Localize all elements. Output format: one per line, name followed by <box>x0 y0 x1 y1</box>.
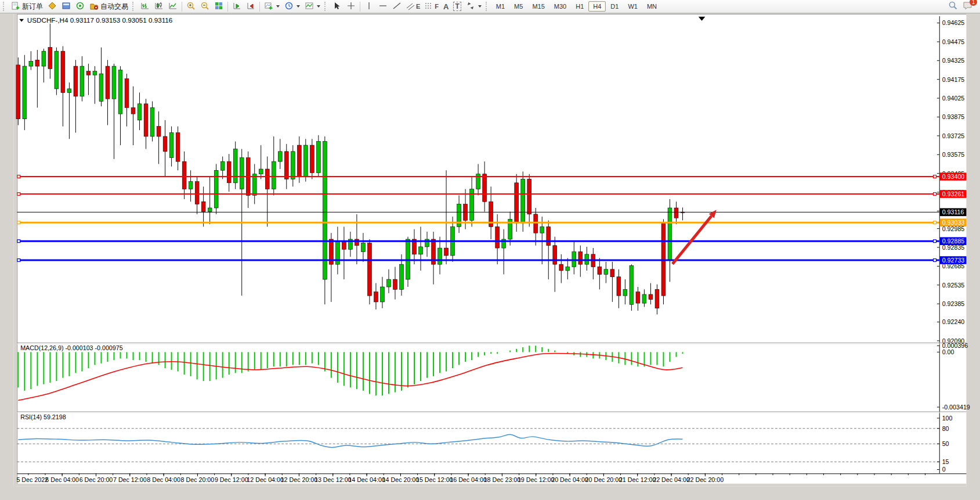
label-tool-icon: T <box>453 2 461 11</box>
signals-button[interactable] <box>73 1 87 12</box>
time-axis-label: 19 Dec 12:00 <box>518 476 555 483</box>
candle-up <box>240 158 244 189</box>
candle-down <box>163 136 167 152</box>
candle-up <box>189 182 193 189</box>
search-icon[interactable] <box>948 1 958 12</box>
time-axis-label: 8 Dec 04:00 <box>147 476 180 483</box>
market-watch-button[interactable] <box>45 1 59 12</box>
cursor-icon <box>332 1 342 12</box>
gold-diamond-icon <box>48 1 57 12</box>
candle-up <box>138 104 142 120</box>
line-handle[interactable] <box>934 221 936 224</box>
candle-down <box>649 294 653 300</box>
auto-trading-button[interactable]: 自动交易 <box>87 1 131 12</box>
price-axis-label: 0.94475 <box>942 38 965 45</box>
candle-down <box>610 269 614 277</box>
tab-timeframe-w1[interactable]: W1 <box>623 1 642 12</box>
rsi-axis-label: 15 <box>942 458 949 465</box>
candle-up <box>668 208 672 261</box>
horizontal-line-icon <box>378 1 388 12</box>
crosshair-tool-button[interactable] <box>344 1 358 12</box>
equidistant-channel-icon <box>406 1 414 12</box>
tile-windows-button[interactable] <box>212 1 226 12</box>
period-button[interactable] <box>282 1 302 12</box>
chart-background <box>14 14 967 487</box>
line-handle[interactable] <box>17 240 20 243</box>
rsi-axis-label: 80 <box>942 425 949 432</box>
auto-scroll-button[interactable] <box>230 1 244 12</box>
price-axis-label: 0.93575 <box>942 151 965 158</box>
candle-down <box>131 107 135 114</box>
new-order-button[interactable]: 新订单 <box>9 1 45 12</box>
line-handle[interactable] <box>934 193 936 196</box>
chart-window: USDCHF-,H4 0.93117 0.93153 0.93051 0.931… <box>0 14 980 500</box>
candle-down <box>578 252 583 265</box>
tab-timeframe-h1[interactable]: H1 <box>571 1 588 12</box>
candle-up <box>303 145 308 177</box>
candle-down <box>16 65 20 119</box>
tab-timeframe-d1[interactable]: D1 <box>606 1 623 12</box>
new-order-label: 新订单 <box>22 2 43 12</box>
line-chart-button[interactable] <box>166 1 180 12</box>
dropdown-caret-icon <box>317 5 320 8</box>
tab-timeframe-m30[interactable]: M30 <box>549 1 571 12</box>
chart-shift-button[interactable] <box>244 1 258 12</box>
candle-down <box>61 51 65 92</box>
clock-icon <box>284 1 294 12</box>
vertical-line-tool-button[interactable] <box>362 1 376 12</box>
zoom-in-button[interactable] <box>184 1 198 12</box>
tab-timeframe-h4[interactable]: H4 <box>588 1 606 12</box>
zoom-out-button[interactable] <box>198 1 212 12</box>
templates-button[interactable] <box>302 1 323 12</box>
new-chart-button[interactable] <box>262 1 282 12</box>
candle-up <box>381 287 385 302</box>
terminal-button[interactable] <box>59 1 73 12</box>
candle-up <box>99 74 103 101</box>
candle-down <box>547 226 551 245</box>
candle-up <box>585 254 589 264</box>
line-handle[interactable] <box>17 175 20 178</box>
line-handle[interactable] <box>17 259 20 262</box>
line-handle[interactable] <box>934 175 936 178</box>
chart-shift-icon <box>246 1 255 12</box>
rsi-axis-label: 0 <box>942 466 946 473</box>
fibonacci-tool-button[interactable]: F <box>422 1 441 12</box>
bar-chart-button[interactable] <box>138 1 152 12</box>
candle-down <box>182 161 186 189</box>
macd-axis-label: 0.00 <box>942 348 954 355</box>
time-axis-label: 22 Dec 20:00 <box>687 476 724 483</box>
horizontal-line-tool-button[interactable] <box>376 1 390 12</box>
auto-scroll-icon <box>232 1 241 12</box>
time-axis-label: 6 Dec 04:00 <box>45 476 79 483</box>
chart-canvas[interactable]: USDCHF-,H4 0.93117 0.93153 0.93051 0.931… <box>0 14 980 500</box>
time-axis-label: 13 Dec 12:00 <box>314 476 352 483</box>
line-handle[interactable] <box>934 259 936 262</box>
text-tool-button[interactable]: A <box>441 1 451 12</box>
candle-up <box>80 66 84 96</box>
notifications-button[interactable]: 1 <box>963 1 973 12</box>
auto-trading-label: 自动交易 <box>100 2 128 12</box>
candlestick-chart-button[interactable] <box>152 1 166 12</box>
tab-timeframe-m15[interactable]: M15 <box>527 1 549 12</box>
price-badge-label: 0.92885 <box>942 238 965 244</box>
channel-tool-button[interactable]: E <box>404 1 422 12</box>
line-handle[interactable] <box>17 221 20 224</box>
tab-timeframe-m1[interactable]: M1 <box>491 1 509 12</box>
price-badge-label: 0.93033 <box>942 219 965 226</box>
line-handle[interactable] <box>934 240 936 243</box>
candle-down <box>559 264 563 271</box>
arrows-tool-button[interactable] <box>464 1 484 12</box>
tab-timeframe-mn[interactable]: MN <box>642 1 661 12</box>
price-badge-label: 0.92733 <box>942 257 965 264</box>
candle-up <box>252 174 256 196</box>
time-axis-label: 20 Dec 20:00 <box>585 476 623 483</box>
trendline-tool-button[interactable] <box>390 1 404 12</box>
label-tool-button[interactable]: T <box>451 1 463 12</box>
line-handle[interactable] <box>17 193 20 196</box>
tab-timeframe-m5[interactable]: M5 <box>509 1 527 12</box>
candle-down <box>86 71 91 75</box>
cursor-tool-button[interactable] <box>330 1 344 12</box>
channel-letter: E <box>416 3 420 10</box>
fibonacci-letter: F <box>435 3 439 10</box>
candle-down <box>617 277 621 296</box>
